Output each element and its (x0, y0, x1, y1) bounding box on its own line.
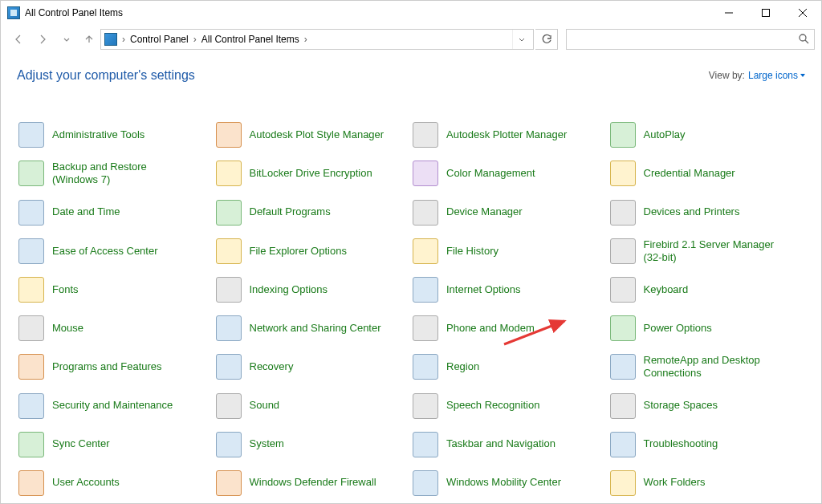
cpl-item[interactable]: AutoPlay (608, 121, 806, 148)
work-folders-icon (610, 470, 636, 496)
mouse-icon (18, 315, 44, 341)
cpl-item-label: Color Management (446, 167, 535, 180)
cpl-item[interactable]: Date and Time (17, 199, 214, 226)
recent-dropdown[interactable] (55, 28, 78, 51)
cpl-item-label: BitLocker Drive Encryption (250, 167, 372, 180)
cpl-item[interactable]: Default Programs (214, 199, 412, 226)
device-manager-icon (413, 200, 438, 226)
maximize-button[interactable] (747, 1, 784, 25)
cpl-item[interactable]: System (214, 431, 412, 458)
cpl-item-label: Devices and Printers (644, 205, 740, 218)
speech-icon (413, 393, 438, 419)
cpl-item[interactable]: Sync Center (17, 431, 214, 458)
cpl-item[interactable]: Device Manager (411, 199, 608, 226)
cpl-item-label: File History (446, 245, 498, 258)
cpl-item-label: Storage Spaces (644, 399, 718, 412)
search-box[interactable] (566, 29, 815, 50)
power-icon (610, 315, 636, 341)
breadcrumb-sep: › (120, 34, 127, 45)
sound-icon (216, 393, 242, 419)
cpl-item[interactable]: File History (411, 238, 608, 266)
cpl-item[interactable]: Indexing Options (214, 276, 412, 303)
cpl-item-label: Windows Mobility Center (446, 476, 561, 489)
cpl-item[interactable]: Administrative Tools (17, 121, 214, 148)
cpl-item[interactable]: Recovery (214, 353, 412, 381)
keyboard-icon (610, 277, 636, 303)
cpl-item[interactable]: Devices and Printers (608, 199, 806, 226)
autodesk-plot-icon (216, 122, 242, 148)
items-grid: Administrative ToolsAutodesk Plot Style … (1, 89, 821, 504)
cpl-item[interactable]: Fonts (17, 276, 214, 303)
back-button[interactable] (7, 28, 30, 51)
cpl-item[interactable]: Mouse (17, 315, 214, 342)
cpl-item-label: Internet Options (446, 283, 521, 296)
cpl-item[interactable]: Keyboard (608, 276, 806, 303)
cpl-item[interactable]: Speech Recognition (411, 392, 608, 420)
color-icon (413, 161, 438, 186)
breadcrumb-sep: › (192, 34, 198, 45)
cpl-item-label: Date and Time (52, 205, 120, 218)
viewby-label: View by: (709, 70, 745, 81)
up-button[interactable] (79, 28, 99, 51)
cpl-item[interactable]: Credential Manager (608, 160, 806, 188)
cpl-item[interactable]: Taskbar and Navigation (411, 431, 608, 458)
address-bar[interactable]: › Control Panel › All Control Panel Item… (100, 29, 534, 50)
cpl-item[interactable]: Backup and Restore (Windows 7) (17, 160, 214, 188)
cpl-item[interactable]: Color Management (411, 160, 608, 188)
cpl-item[interactable]: Power Options (608, 315, 806, 342)
cpl-item[interactable]: Work Folders (608, 469, 806, 497)
cpl-item[interactable]: Phone and Modem (411, 315, 608, 342)
cpl-item-label: Fonts (52, 283, 79, 296)
forward-button[interactable] (31, 28, 54, 51)
cpl-item[interactable]: File Explorer Options (214, 238, 412, 266)
region-icon (413, 354, 438, 380)
cpl-item-label: Ease of Access Center (52, 245, 158, 258)
cpl-item[interactable]: Programs and Features (17, 353, 214, 381)
cpl-item-label: Administrative Tools (52, 128, 144, 141)
cpl-item[interactable]: Sound (214, 392, 412, 420)
cpl-item[interactable]: Autodesk Plot Style Manager (214, 121, 412, 148)
cpl-item[interactable]: Windows Defender Firewall (214, 469, 412, 497)
cpl-item[interactable]: Troubleshooting (608, 431, 806, 458)
close-button[interactable] (784, 1, 821, 25)
refresh-button[interactable] (535, 29, 558, 50)
window-title: All Control Panel Items (25, 7, 123, 18)
navbar: › Control Panel › All Control Panel Item… (1, 25, 821, 54)
autoplay-icon (610, 122, 636, 148)
cpl-item-label: Autodesk Plotter Manager (446, 128, 567, 141)
cpl-item[interactable]: BitLocker Drive Encryption (214, 160, 412, 188)
cpl-item[interactable]: Firebird 2.1 Server Manager (32-bit) (608, 238, 806, 266)
cpl-item[interactable]: Region (411, 353, 608, 381)
cpl-item-label: AutoPlay (644, 128, 686, 141)
cpl-item[interactable]: User Accounts (17, 469, 214, 497)
viewby-dropdown[interactable]: Large icons (748, 70, 805, 81)
cpl-item[interactable]: Ease of Access Center (17, 238, 214, 266)
breadcrumb-sep: › (303, 34, 309, 45)
cpl-item-label: Speech Recognition (446, 399, 539, 412)
cpl-item[interactable]: RemoteApp and Desktop Connections (608, 353, 806, 381)
cpl-item[interactable]: Storage Spaces (608, 392, 806, 420)
search-icon (798, 33, 809, 47)
devices-printers-icon (610, 200, 636, 226)
cpl-item-label: Programs and Features (52, 360, 162, 373)
remoteapp-icon (610, 354, 636, 380)
cpl-item-label: Region (446, 360, 479, 373)
cpl-item-label: Work Folders (644, 476, 706, 489)
breadcrumb-part[interactable]: All Control Panel Items (201, 34, 299, 45)
credential-icon (610, 161, 636, 186)
cpl-item[interactable]: Windows Mobility Center (411, 469, 608, 497)
cpl-item[interactable]: Network and Sharing Center (214, 315, 412, 342)
cpl-item-label: Credential Manager (644, 167, 735, 180)
ease-access-icon (18, 238, 44, 264)
file-explorer-icon (216, 238, 242, 264)
minimize-button[interactable] (710, 1, 747, 25)
cpl-item-label: Windows Defender Firewall (250, 476, 376, 489)
cpl-item[interactable]: Autodesk Plotter Manager (411, 121, 608, 148)
cpl-item-label: Sync Center (52, 437, 110, 450)
indexing-icon (216, 277, 242, 303)
storage-icon (610, 393, 636, 419)
breadcrumb-part[interactable]: Control Panel (130, 34, 189, 45)
cpl-item[interactable]: Security and Maintenance (17, 392, 214, 420)
cpl-item[interactable]: Internet Options (411, 276, 608, 303)
address-dropdown[interactable] (512, 30, 530, 49)
